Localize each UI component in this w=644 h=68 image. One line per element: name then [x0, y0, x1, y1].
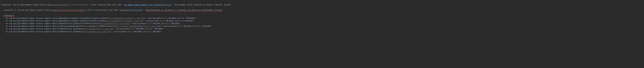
stack-frame-source-link[interactable]: AbstractBeanFactory.java:260 — [84, 28, 112, 30]
msg2-c: ': — [142, 9, 146, 11]
circular-warning-a: Requested bean is currently in creation:… — [146, 9, 222, 11]
msg2-b: : Error creating bean with name ' — [86, 9, 120, 11]
stack-frame-jar: ) ~[spring-beans-5.2.7.RELEASE.jar:5.2.7… — [110, 31, 162, 33]
stack-frame-source-link[interactable]: AbstractAutowireCapableBeanFactory.java:… — [115, 25, 160, 27]
bean1-prefix[interactable]: com. — [124, 4, 128, 6]
stack-frame-method: at org.springframework.beans.factory.sup… — [6, 17, 108, 19]
exception-line-1: Caused by: org.springframework.beans.fac… — [1, 1, 643, 6]
create-breakpoint-link[interactable]: Create breakpoint — [70, 4, 90, 6]
stack-frame-source-link[interactable]: AbstractBeanFactory.java:202 — [82, 31, 110, 33]
msg1-a: : Error creating bean with name ' — [89, 4, 124, 6]
stack-frame-jar: ) ~[spring-beans-5.2.7.RELEASE.jar:5.2.7… — [112, 28, 164, 30]
msg1-b: ': FactoryBean threw exception on object… — [171, 4, 230, 6]
stack-frame: at org.springframework.beans.factory.sup… — [1, 30, 643, 33]
stack-frame-method: at org.springframework.beans.factory.sup… — [6, 20, 106, 22]
stack-frame-jar: ) ~[spring-beans-5.2.7.RELEASE.jar:5.2.7… — [129, 22, 180, 24]
stack-frame-source-link[interactable]: AbstractBeanFactory.java:1821 — [99, 22, 129, 24]
msg2-a: exception is org.springframework.beans.f… — [4, 9, 52, 11]
inner-exception-class-link[interactable]: BeanCurrentlyInCreationException — [52, 9, 86, 11]
outer-exception-class-link[interactable]: BeanCreationException — [48, 4, 70, 6]
bean1-suffix[interactable]: .feign.OpenApiBizService — [146, 4, 171, 6]
stack-frame: at org.springframework.beans.factory.sup… — [1, 28, 643, 30]
stack-frame-source-link[interactable]: FactoryBeanRegistrySupport.java:178 — [108, 17, 145, 19]
stack-frame-method: at org.springframework.beans.factory.sup… — [6, 28, 84, 30]
exception-line-2: exception is org.springframework.beans.f… — [1, 6, 643, 12]
circular-warning-b: reference? — [4, 15, 14, 17]
stack-frame-source-link[interactable]: FactoryBeanRegistrySupport.java:101 — [106, 20, 142, 22]
outer-exception-pkg: org.springframework.beans.factory. — [13, 4, 48, 6]
exception-line-3: reference? — [1, 12, 643, 17]
caused-by-label: Caused by: — [1, 4, 12, 6]
stack-frame-jar: ) ~[spring-beans-5.2.7.RELEASE.jar:5.2.7… — [142, 20, 194, 22]
stack-frame-jar: ) ~[spring-beans-5.2.7.RELEASE.jar:5.2.7… — [145, 17, 196, 19]
stack-frame-jar: ) ~[spring-beans-5.2.7.RELEASE.jar:5.2.7… — [160, 25, 211, 27]
stack-frame: at org.springframework.beans.factory.sup… — [1, 25, 643, 28]
stack-frame: at org.springframework.beans.factory.sup… — [1, 22, 643, 25]
stack-frame-method: at org.springframework.beans.factory.sup… — [6, 25, 115, 27]
stack-frame-method: at org.springframework.beans.factory.sup… — [6, 31, 82, 33]
stack-frame: at org.springframework.beans.factory.sup… — [1, 17, 643, 20]
bean1-masked[interactable]: ▮▮▮▮▮.▮▮▮▮▮ ▮▮▮▮▮▮ — [128, 4, 146, 6]
stack-frame: at org.springframework.beans.factory.sup… — [1, 20, 643, 22]
stack-frame-method: at org.springframework.beans.factory.sup… — [6, 22, 99, 24]
stack-trace: at org.springframework.beans.factory.sup… — [1, 17, 643, 33]
bean2-link[interactable]: mvcResourceUrlProvider — [120, 9, 142, 11]
